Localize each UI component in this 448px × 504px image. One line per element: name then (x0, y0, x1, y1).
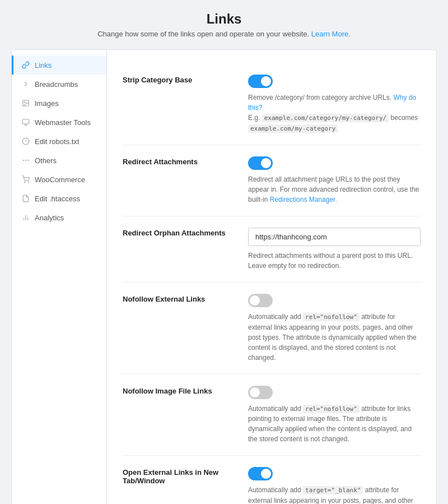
sidebar-item-others[interactable]: Others (12, 151, 106, 170)
svg-point-9 (28, 160, 29, 160)
open-external-label: Open External Links in New Tab/Window (123, 467, 235, 485)
page-title: Links (11, 11, 437, 27)
strip-category-row: Strip Category Base Remove /category/ fr… (123, 63, 421, 145)
sidebar-item-analytics[interactable]: Analytics (12, 208, 106, 227)
sidebar-htaccess-label: Edit .htaccess (35, 195, 80, 203)
sidebar-item-woocommerce[interactable]: WooCommerce (12, 170, 106, 189)
redirect-orphan-control: Redirect attachments without a parent po… (248, 228, 421, 271)
link-icon (21, 61, 30, 70)
sidebar-robots-label: Edit robots.txt (35, 137, 79, 146)
sidebar-woocommerce-label: WooCommerce (35, 175, 85, 184)
nofollow-image-row: Nofollow Image File Links Automatically … (123, 374, 421, 456)
nofollow-image-desc: Automatically add rel="nofollow" attribu… (248, 404, 421, 445)
redirections-manager-link[interactable]: Redirections Manager. (270, 196, 337, 204)
page-subtitle: Change how some of the links open and op… (11, 30, 437, 38)
nofollow-image-toggle[interactable] (248, 386, 273, 399)
redirect-attachments-label: Redirect Attachments (123, 156, 235, 166)
strip-category-slider (248, 75, 273, 88)
webmaster-icon (21, 118, 30, 127)
redirect-orphan-row: Redirect Orphan Attachments Redirect att… (123, 216, 421, 283)
nofollow-external-toggle[interactable] (248, 294, 273, 307)
strip-category-label: Strip Category Base (123, 75, 235, 84)
open-external-desc: Automatically add target="_blank" attrib… (248, 485, 421, 504)
sidebar-item-robots[interactable]: Edit robots.txt (12, 132, 106, 151)
image-icon (21, 99, 30, 108)
breadcrumb-icon (21, 80, 30, 89)
sidebar-item-images[interactable]: Images (12, 94, 106, 113)
sidebar-item-breadcrumbs[interactable]: Breadcrumbs (12, 75, 106, 94)
settings-content: Strip Category Base Remove /category/ fr… (107, 50, 436, 504)
sidebar-links-label: Links (35, 61, 52, 70)
main-card: Links Breadcrumbs Images (11, 49, 437, 504)
nofollow-external-control: Automatically add rel="nofollow" attribu… (248, 294, 421, 363)
sidebar-images-label: Images (35, 99, 59, 108)
open-external-toggle[interactable] (248, 467, 273, 480)
redirect-attachments-control: Redirect all attachment page URLs to the… (248, 156, 421, 205)
sidebar-analytics-label: Analytics (35, 214, 64, 222)
open-external-control: Automatically add target="_blank" attrib… (248, 467, 421, 504)
svg-point-8 (25, 160, 26, 160)
svg-point-10 (23, 160, 24, 160)
redirect-attachments-toggle[interactable] (248, 156, 273, 170)
nofollow-external-code: rel="nofollow" (303, 313, 360, 321)
others-icon (21, 156, 30, 165)
strip-category-example-to: example.com/my-category (248, 124, 338, 133)
redirect-orphan-desc: Redirect attachments without a parent po… (248, 251, 421, 271)
redirect-attachments-row: Redirect Attachments Redirect all attach… (123, 145, 421, 216)
file-icon (21, 194, 30, 203)
svg-rect-2 (22, 119, 29, 124)
strip-category-control: Remove /category/ from category archive … (248, 75, 421, 133)
strip-category-desc: Remove /category/ from category archive … (248, 93, 421, 133)
redirect-attachments-slider (248, 156, 273, 170)
sidebar-item-htaccess[interactable]: Edit .htaccess (12, 189, 106, 208)
nofollow-image-slider (248, 386, 273, 399)
nofollow-image-control: Automatically add rel="nofollow" attribu… (248, 386, 421, 445)
open-external-code: target="_blank" (303, 486, 363, 494)
nofollow-external-desc: Automatically add rel="nofollow" attribu… (248, 312, 421, 363)
svg-point-1 (24, 101, 25, 103)
sidebar-webmaster-label: Webmaster Tools (35, 118, 91, 127)
page-header: Links Change how some of the links open … (11, 11, 437, 38)
sidebar-breadcrumbs-label: Breadcrumbs (35, 80, 78, 89)
nofollow-image-code: rel="nofollow" (303, 405, 360, 413)
redirect-orphan-input[interactable] (248, 228, 421, 246)
svg-point-12 (28, 182, 29, 183)
chart-icon (21, 213, 30, 222)
strip-category-example-from: example.com/category/my-category/ (262, 114, 389, 122)
nofollow-image-label: Nofollow Image File Links (123, 386, 235, 395)
redirect-attachments-desc: Redirect all attachment page URLs to the… (248, 174, 421, 205)
sidebar-item-webmaster[interactable]: Webmaster Tools (12, 113, 106, 132)
redirect-orphan-label: Redirect Orphan Attachments (123, 228, 235, 237)
open-external-row: Open External Links in New Tab/Window Au… (123, 456, 421, 504)
cart-icon (21, 175, 30, 184)
nofollow-external-label: Nofollow External Links (123, 294, 235, 303)
sidebar-item-links[interactable]: Links (12, 56, 106, 75)
nofollow-external-slider (248, 294, 273, 307)
nofollow-external-row: Nofollow External Links Automatically ad… (123, 283, 421, 374)
robot-icon (21, 137, 30, 146)
svg-point-11 (25, 182, 25, 183)
strip-category-toggle[interactable] (248, 75, 273, 88)
open-external-slider (248, 467, 273, 480)
sidebar: Links Breadcrumbs Images (12, 50, 107, 504)
sidebar-others-label: Others (35, 156, 57, 165)
learn-more-link[interactable]: Learn More. (311, 30, 351, 38)
